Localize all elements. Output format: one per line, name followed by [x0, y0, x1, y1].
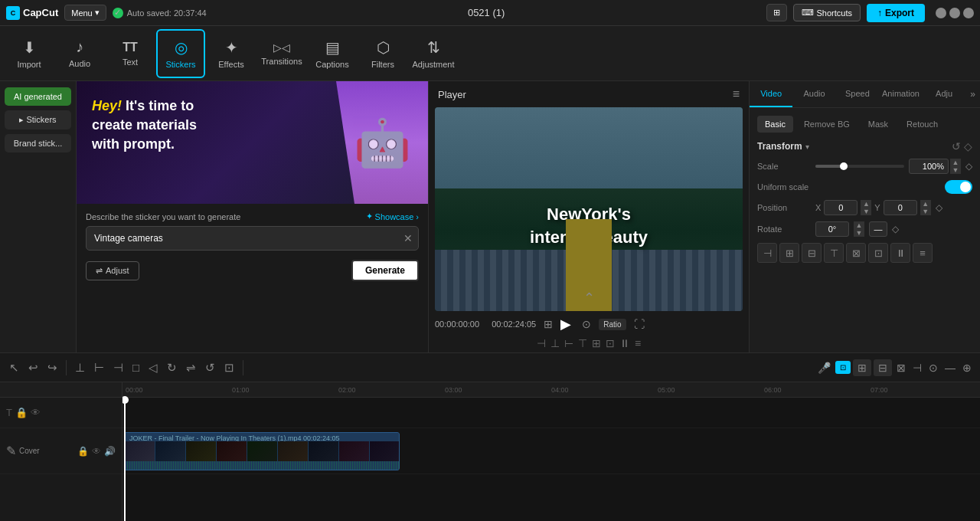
align-btn-8[interactable]: ≡ [913, 243, 933, 263]
transform-diamond-button[interactable]: ◇ [964, 140, 972, 152]
tab-adjust[interactable]: Adju [923, 81, 965, 107]
trim-end-button[interactable]: ⊣ [110, 358, 126, 378]
close-button[interactable] [963, 8, 974, 18]
timeline-btn-5[interactable]: ⊣ [910, 359, 924, 376]
align-middle-h[interactable]: ⊞ [592, 337, 601, 349]
rotate-up[interactable]: ▲ [854, 221, 864, 229]
scale-up-button[interactable]: ▲ [950, 159, 961, 166]
tool-captions[interactable]: ▤ Captions [308, 29, 357, 78]
maximize-button[interactable] [949, 8, 960, 18]
mirror-button[interactable]: ⇌ [183, 358, 199, 378]
rotate-tool[interactable]: ↺ [202, 358, 218, 378]
scale-value-input[interactable] [909, 159, 949, 174]
rotate-keyframe-button[interactable]: ◇ [892, 224, 899, 234]
adjust-button[interactable]: ⇌ Adjust [86, 261, 139, 280]
tool-adjustment[interactable]: ⇅ Adjustment [409, 29, 458, 78]
tool-transitions[interactable]: ▷◁ Transitions [257, 29, 306, 78]
sub-tab-retouch[interactable]: Retouch [899, 116, 946, 133]
timeline-btn-3[interactable]: ⊟ [874, 359, 892, 376]
align-top-h[interactable]: ⊤ [578, 337, 587, 349]
align-btn-4[interactable]: ⊤ [824, 243, 844, 263]
sidebar-ai-generated[interactable]: AI generated [5, 87, 71, 106]
cover-edit-icon[interactable]: ✎ [6, 444, 16, 458]
ratio-button[interactable]: Ratio [599, 319, 626, 330]
player-menu-icon[interactable]: ≡ [733, 87, 740, 101]
timeline-btn-7[interactable]: — [942, 359, 958, 376]
align-more[interactable]: ≡ [635, 337, 641, 349]
video-audio-btn[interactable]: 🔊 [104, 446, 116, 457]
video-eye-btn[interactable]: 👁 [92, 446, 101, 457]
align-btn-5[interactable]: ⊠ [846, 243, 866, 263]
freeze-button[interactable]: ◁ [145, 358, 161, 378]
tool-import[interactable]: ⬇ Import [5, 29, 54, 78]
grid-view-button[interactable]: ⊞ [542, 316, 554, 332]
showcase-link[interactable]: ✦ Showcase › [366, 211, 419, 221]
sub-tab-removebg[interactable]: Remove BG [796, 116, 858, 133]
clear-input-button[interactable]: ✕ [403, 232, 413, 244]
timeline-btn-6[interactable]: ⊙ [926, 359, 940, 376]
sub-tab-mask[interactable]: Mask [861, 116, 896, 133]
record-button[interactable]: ⊙ [580, 316, 593, 332]
transform-reset-button[interactable]: ↺ [952, 140, 961, 152]
sub-tab-basic[interactable]: Basic [757, 116, 793, 133]
video-clip[interactable]: JOKER - Final Trailer - Now Playing In T… [124, 432, 400, 470]
tool-audio[interactable]: ♪ Audio [55, 29, 104, 78]
scale-keyframe-button[interactable]: ◇ [965, 161, 972, 172]
scale-slider[interactable] [815, 165, 904, 168]
scale-down-button[interactable]: ▼ [950, 166, 961, 174]
timeline-btn-4[interactable]: ⊠ [894, 359, 908, 376]
zoom-add-button[interactable]: ⊕ [960, 359, 974, 376]
pos-x-up[interactable]: ▲ [861, 200, 871, 208]
export-button[interactable]: ↑ Export [867, 4, 925, 22]
pos-y-up[interactable]: ▲ [920, 200, 931, 208]
undo-button[interactable]: ↩ [25, 358, 41, 378]
crop-button[interactable]: ⊡ [221, 358, 237, 378]
video-lock-btn[interactable]: 🔒 [77, 446, 89, 457]
select-tool[interactable]: ↖ [6, 358, 22, 378]
pos-y-down[interactable]: ▼ [920, 208, 931, 215]
shortcuts-button[interactable]: ⌨ Shortcuts [793, 4, 861, 21]
split-button[interactable]: ⊥ [72, 358, 88, 378]
mic-button[interactable]: 🎤 [815, 359, 833, 376]
generate-button[interactable]: Generate [351, 260, 419, 281]
playhead-cursor[interactable] [124, 398, 126, 521]
scale-stepper[interactable]: ▲ ▼ [950, 159, 961, 174]
position-x-input[interactable] [824, 200, 858, 215]
clip-connect-button[interactable]: ⊡ [835, 361, 851, 374]
sidebar-stickers[interactable]: ▸ Stickers [5, 110, 71, 129]
tab-speed[interactable]: Speed [836, 81, 879, 107]
align-btn-3[interactable]: ⊟ [802, 243, 822, 263]
align-center-v[interactable]: ⊥ [550, 337, 560, 349]
delete-button[interactable]: □ [129, 358, 142, 377]
position-y-input[interactable] [884, 200, 917, 215]
rotate-value-input[interactable] [815, 221, 849, 237]
align-btn-6[interactable]: ⊡ [868, 243, 888, 263]
tool-filters[interactable]: ⬡ Filters [358, 29, 407, 78]
position-keyframe-button[interactable]: ◇ [936, 202, 942, 213]
rotate-stepper[interactable]: ▲ ▼ [854, 221, 864, 237]
tab-video[interactable]: Video [750, 81, 792, 107]
align-pause[interactable]: ⏸ [619, 337, 630, 349]
align-btn-7[interactable]: ⏸ [890, 243, 910, 263]
uniform-scale-toggle[interactable] [945, 180, 972, 194]
position-y-stepper[interactable]: ▲ ▼ [920, 200, 931, 215]
sticker-prompt-input[interactable] [86, 226, 419, 251]
tab-more[interactable]: » [965, 81, 980, 107]
tool-stickers[interactable]: ◎ Stickers [156, 29, 205, 78]
timeline-btn-2[interactable]: ⊞ [853, 359, 871, 376]
menu-button[interactable]: Menu ▾ [64, 5, 106, 21]
redo-button[interactable]: ↪ [44, 358, 60, 378]
sidebar-brand-stick[interactable]: Brand stick... [5, 134, 71, 152]
tab-animation[interactable]: Animation [879, 81, 923, 107]
tab-audio[interactable]: Audio [792, 81, 835, 107]
align-bottom-h[interactable]: ⊡ [606, 337, 615, 349]
align-btn-2[interactable]: ⊞ [779, 243, 799, 263]
align-left-bottom[interactable]: ⊣ [537, 337, 546, 349]
loop-button[interactable]: ↻ [164, 358, 180, 378]
monitor-button[interactable]: ⊞ [766, 4, 787, 21]
fullscreen-button[interactable]: ⛶ [632, 316, 646, 332]
position-x-stepper[interactable]: ▲ ▼ [861, 200, 871, 215]
rotate-down[interactable]: ▼ [854, 229, 864, 237]
tool-effects[interactable]: ✦ Effects [207, 29, 256, 78]
align-btn-1[interactable]: ⊣ [757, 243, 777, 263]
